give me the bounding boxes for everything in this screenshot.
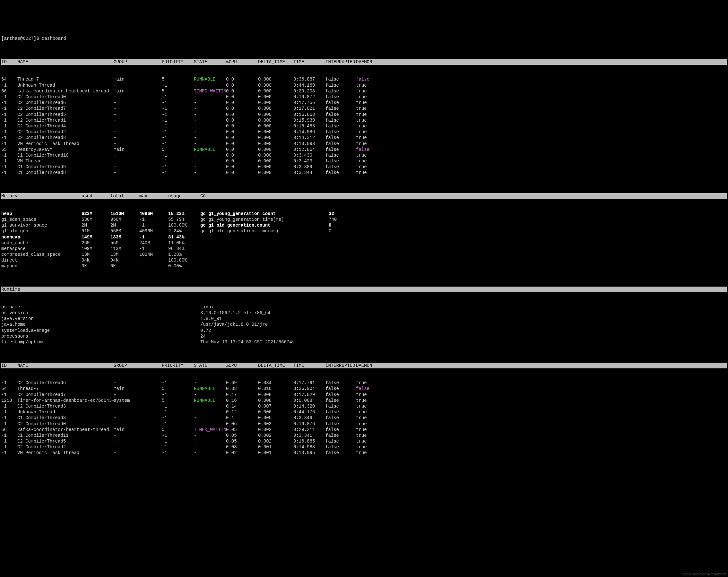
cell: 0.33 bbox=[226, 386, 258, 392]
cell: 91M bbox=[81, 228, 110, 234]
col-max: max bbox=[139, 193, 168, 199]
cell: false bbox=[326, 164, 356, 170]
cell: -1 bbox=[162, 409, 194, 415]
col-name: NAME bbox=[17, 363, 114, 368]
cell: 0.000 bbox=[258, 117, 293, 123]
cell: TIMED_WAITIN bbox=[194, 427, 226, 432]
col-name: NAME bbox=[17, 59, 114, 65]
cell: -1 bbox=[162, 170, 194, 176]
cell: 32 bbox=[329, 211, 354, 217]
cell: - bbox=[194, 380, 226, 386]
cell: 0.0 bbox=[226, 152, 258, 158]
cell: 0.0 bbox=[226, 88, 258, 94]
cell: -1 bbox=[162, 117, 194, 123]
cell: -1 bbox=[139, 217, 168, 222]
cell: 0:44.169 bbox=[293, 82, 326, 88]
cell: true bbox=[356, 152, 379, 158]
col-daemon: DAEMON bbox=[356, 363, 379, 368]
cell: 0.008 bbox=[258, 392, 293, 398]
cell: - bbox=[114, 141, 162, 147]
cell: 1218 bbox=[1, 398, 17, 403]
cell: 0.000 bbox=[258, 141, 293, 147]
cell: - bbox=[114, 82, 162, 88]
cell: 0.0 bbox=[226, 141, 258, 147]
cell: -1 bbox=[162, 100, 194, 106]
cell: -1 bbox=[1, 444, 17, 450]
runtime-row: os.nameLinux bbox=[1, 304, 727, 310]
cell: 0.007 bbox=[258, 403, 293, 409]
cell: -1 bbox=[1, 117, 17, 123]
cell: true bbox=[356, 392, 379, 398]
runtime-val: Thu May 13 13:24:53 CST 2021/56674s bbox=[200, 339, 727, 345]
cell: 0.000 bbox=[258, 88, 293, 94]
runtime-row: os.version3.10.0-1062.1.2.el7.x86_64 bbox=[1, 310, 727, 316]
cell: -1 bbox=[162, 141, 194, 147]
cell: -1 bbox=[1, 106, 17, 111]
cell: 0:17.756 bbox=[293, 100, 326, 106]
cell: - bbox=[194, 415, 226, 421]
cell: RUNNABLE bbox=[194, 398, 226, 403]
cell: false bbox=[326, 106, 356, 111]
cell: 0:13.093 bbox=[293, 141, 326, 147]
cell: - bbox=[114, 135, 162, 140]
cell: 0:15.455 bbox=[293, 123, 326, 129]
cell: - bbox=[194, 82, 226, 88]
memory-row: g1_old_gen91M558M4096M2.24%gc.g1_old_gen… bbox=[1, 228, 727, 234]
cell: gc.g1_young_generation.time(ms) bbox=[200, 217, 329, 222]
cell: false bbox=[326, 432, 356, 438]
cell: 3:36.904 bbox=[293, 386, 326, 392]
thread-table-1: 64Thread-7main5RUNNABLE0.00.0003:36.887f… bbox=[1, 76, 727, 176]
cell: 0:19.876 bbox=[293, 421, 326, 427]
cell: false bbox=[326, 421, 356, 427]
cell: C2 CompilerThread7 bbox=[17, 392, 114, 398]
cell: true bbox=[356, 450, 379, 456]
cell: gc.g1_old_generation.time(ms) bbox=[200, 228, 329, 234]
cell: -1 bbox=[1, 170, 17, 176]
cell: -1 bbox=[162, 158, 194, 164]
col-cpu: %CPU bbox=[226, 59, 258, 65]
col-total: total bbox=[110, 193, 139, 199]
cell bbox=[200, 263, 329, 269]
cell: -1 bbox=[162, 106, 194, 111]
cell: 0:14.312 bbox=[293, 135, 326, 140]
cell: C2 CompilerThread5 bbox=[17, 112, 114, 117]
thread-row: 64Thread-7main5RUNNABLE0.330.0163:36.904… bbox=[1, 386, 727, 392]
cell: - bbox=[194, 392, 226, 398]
cell: C2 CompilerThread5 bbox=[17, 438, 114, 444]
prompt-user: [arthas@6227]$ bbox=[1, 36, 42, 41]
cell: VM Periodic Task Thread bbox=[17, 141, 114, 147]
cell: 0.02 bbox=[226, 450, 258, 456]
memory-row: g1_eden_space530M950M-155.79%gc.g1_young… bbox=[1, 217, 727, 222]
cell: true bbox=[356, 123, 379, 129]
cell: 0.000 bbox=[258, 152, 293, 158]
cell: C1 CompilerThread11 bbox=[17, 432, 114, 438]
cell: -1 bbox=[162, 421, 194, 427]
cell: -1 bbox=[1, 158, 17, 164]
cell bbox=[329, 263, 354, 269]
cell: g1_eden_space bbox=[1, 217, 81, 222]
cell: RUNNABLE bbox=[194, 386, 226, 392]
cell: true bbox=[356, 444, 379, 450]
cell: false bbox=[326, 403, 356, 409]
terminal-output[interactable]: [arthas@6227]$ dashboard IDNAMEGROUPPRIO… bbox=[0, 23, 728, 463]
cell: - bbox=[139, 263, 168, 269]
memory-row: mapped0K0K-0.00% bbox=[1, 263, 727, 269]
thread-row: 64Thread-7main5RUNNABLE0.00.0003:36.887f… bbox=[1, 76, 727, 82]
cell: - bbox=[114, 106, 162, 111]
cell: 94K bbox=[110, 257, 139, 263]
col-usage: usage bbox=[168, 193, 200, 199]
cell: 0.0 bbox=[226, 112, 258, 117]
cell: 0.0 bbox=[226, 147, 258, 152]
col-state: STATE bbox=[194, 363, 226, 368]
cell: -1 bbox=[162, 112, 194, 117]
cell: 0:14.986 bbox=[293, 129, 326, 135]
cell: Timer-for-arthas-dashboard-ec76d643-e1 bbox=[17, 398, 114, 403]
cell: 0:3.344 bbox=[293, 170, 326, 176]
cell: -1 bbox=[162, 152, 194, 158]
cell: - bbox=[194, 94, 226, 100]
cell: 0.0 bbox=[226, 117, 258, 123]
cell: 15.23% bbox=[168, 211, 200, 217]
cell: - bbox=[114, 164, 162, 170]
memory-row: direct94K94K-100.00% bbox=[1, 257, 727, 263]
thread-row: -1C1 CompilerThread8--1-0.10.0050:3.349f… bbox=[1, 415, 727, 421]
